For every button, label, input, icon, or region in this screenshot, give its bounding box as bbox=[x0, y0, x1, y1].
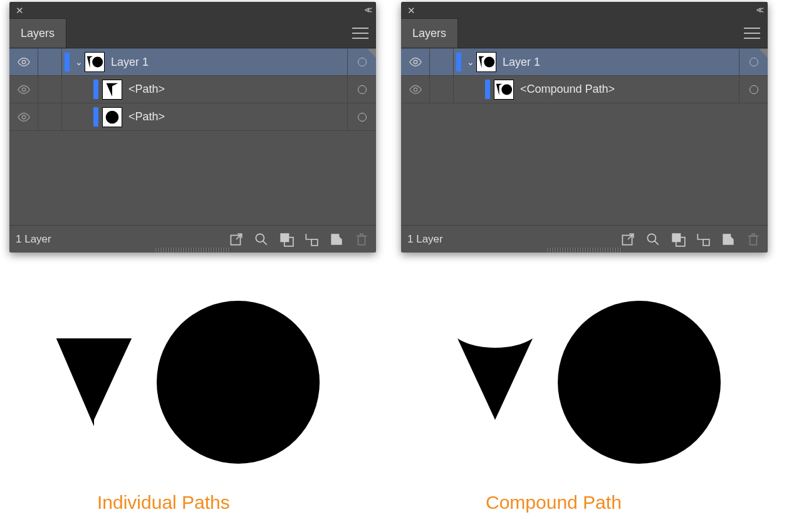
layer-thumbnail bbox=[102, 107, 122, 127]
panel-menu-icon[interactable] bbox=[744, 28, 760, 39]
eye-icon bbox=[17, 83, 31, 96]
panel-tabbar: Layers bbox=[9, 18, 376, 48]
layer-label: Layer 1 bbox=[111, 56, 149, 69]
artwork-individual-paths bbox=[38, 288, 363, 476]
lock-toggle[interactable] bbox=[38, 76, 62, 103]
target-toggle[interactable] bbox=[347, 49, 376, 75]
svg-point-11 bbox=[414, 60, 417, 64]
trash-icon[interactable] bbox=[745, 231, 761, 248]
target-ring-icon bbox=[358, 85, 367, 94]
layers-panel-left: ✕ << Layers ⌄ Layer 1 bbox=[9, 2, 376, 253]
layer-color-strip bbox=[485, 80, 490, 98]
panel-titlebar: ✕ << bbox=[9, 2, 376, 18]
artwork-compound-path bbox=[439, 288, 765, 476]
tab-layers[interactable]: Layers bbox=[401, 18, 458, 48]
collapse-icon[interactable]: << bbox=[756, 5, 761, 15]
lock-toggle[interactable] bbox=[430, 76, 454, 103]
target-toggle[interactable] bbox=[739, 49, 768, 75]
visibility-toggle[interactable] bbox=[9, 76, 38, 103]
layer-color-strip bbox=[65, 53, 70, 71]
target-ring-icon bbox=[358, 113, 367, 122]
svg-rect-20 bbox=[750, 236, 757, 244]
close-icon[interactable]: ✕ bbox=[16, 6, 24, 15]
layer-color-strip bbox=[456, 53, 461, 71]
panel-titlebar: ✕ << bbox=[401, 2, 768, 18]
export-icon[interactable] bbox=[620, 231, 636, 248]
locate-icon[interactable] bbox=[645, 231, 661, 248]
layer-label: <Path> bbox=[128, 83, 165, 96]
new-sublayer-icon[interactable] bbox=[303, 231, 320, 248]
eye-icon bbox=[409, 83, 422, 96]
eye-icon bbox=[17, 55, 31, 69]
layer-row[interactable]: <Path> bbox=[9, 76, 376, 103]
make-clip-icon[interactable] bbox=[670, 231, 686, 248]
layer-label: <Compound Path> bbox=[520, 83, 615, 96]
lock-toggle[interactable] bbox=[38, 49, 62, 75]
svg-point-12 bbox=[484, 57, 494, 68]
new-layer-icon[interactable] bbox=[720, 231, 736, 248]
target-ring-icon bbox=[358, 58, 367, 66]
svg-rect-19 bbox=[703, 239, 709, 246]
lock-toggle[interactable] bbox=[430, 49, 454, 75]
layer-label: <Path> bbox=[128, 110, 165, 123]
layer-thumbnail bbox=[85, 52, 105, 72]
resize-grip[interactable] bbox=[547, 248, 622, 253]
svg-point-13 bbox=[414, 88, 417, 91]
svg-point-1 bbox=[92, 57, 103, 68]
layer-label: Layer 1 bbox=[503, 56, 540, 69]
target-toggle[interactable] bbox=[347, 76, 376, 103]
chevron-down-icon[interactable]: ⌄ bbox=[73, 57, 85, 67]
new-sublayer-icon[interactable] bbox=[695, 231, 711, 248]
caption-right: Compound Path bbox=[486, 492, 622, 513]
svg-point-4 bbox=[106, 110, 119, 123]
layer-rows: ⌄ Layer 1 <Path> bbox=[9, 48, 376, 131]
layer-thumbnail bbox=[102, 80, 122, 100]
lock-toggle[interactable] bbox=[38, 103, 62, 130]
svg-point-3 bbox=[22, 115, 26, 119]
svg-point-2 bbox=[22, 88, 26, 91]
layers-panel-right: ✕ << Layers ⌄ Layer 1 bbox=[401, 2, 768, 253]
trash-icon[interactable] bbox=[353, 231, 370, 248]
target-ring-icon bbox=[750, 58, 758, 66]
visibility-toggle[interactable] bbox=[9, 103, 38, 130]
eye-icon bbox=[17, 110, 31, 124]
collapse-icon[interactable]: << bbox=[365, 5, 370, 15]
target-toggle[interactable] bbox=[347, 103, 376, 130]
svg-point-21 bbox=[157, 301, 320, 464]
visibility-toggle[interactable] bbox=[401, 49, 430, 75]
layer-rows: ⌄ Layer 1 <Compound Path> bbox=[401, 48, 768, 103]
layer-count-label: 1 Layer bbox=[407, 233, 443, 246]
layer-row[interactable]: ⌄ Layer 1 bbox=[9, 48, 376, 76]
tab-layers[interactable]: Layers bbox=[9, 18, 66, 48]
visibility-toggle[interactable] bbox=[9, 49, 38, 75]
layer-count-label: 1 Layer bbox=[16, 233, 51, 246]
svg-point-14 bbox=[501, 84, 512, 95]
layer-row[interactable]: ⌄ Layer 1 bbox=[401, 48, 768, 76]
caption-left: Individual Paths bbox=[97, 492, 230, 513]
resize-grip[interactable] bbox=[155, 248, 231, 253]
target-toggle[interactable] bbox=[739, 76, 768, 103]
chevron-down-icon[interactable]: ⌄ bbox=[465, 57, 476, 67]
layer-thumbnail bbox=[494, 80, 514, 100]
panel-menu-icon[interactable] bbox=[352, 28, 368, 39]
target-ring-icon bbox=[750, 85, 758, 94]
svg-rect-9 bbox=[311, 239, 318, 246]
svg-rect-10 bbox=[358, 236, 365, 244]
make-clip-icon[interactable] bbox=[278, 231, 295, 248]
layer-row[interactable]: <Path> bbox=[9, 103, 376, 131]
layer-color-strip bbox=[93, 80, 98, 98]
locate-icon[interactable] bbox=[253, 231, 269, 248]
svg-point-22 bbox=[558, 301, 721, 464]
layer-thumbnail bbox=[476, 52, 496, 72]
eye-icon bbox=[409, 55, 422, 69]
new-layer-icon[interactable] bbox=[328, 231, 345, 248]
layer-row[interactable]: <Compound Path> bbox=[401, 76, 768, 103]
visibility-toggle[interactable] bbox=[401, 76, 430, 103]
panel-tabbar: Layers bbox=[401, 18, 768, 48]
layer-color-strip bbox=[93, 107, 98, 126]
svg-point-0 bbox=[22, 60, 26, 64]
export-icon[interactable] bbox=[228, 231, 244, 248]
close-icon[interactable]: ✕ bbox=[407, 6, 415, 15]
